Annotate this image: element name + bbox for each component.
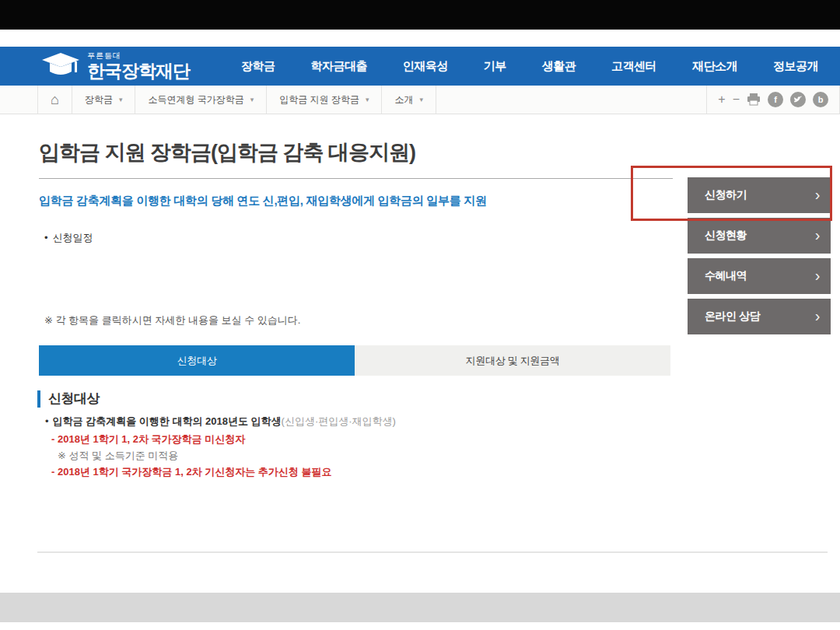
title-divider [39, 178, 673, 179]
breadcrumb-items: ⌂ 장학금 ▾ 소득연계형 국가장학금 ▾ 입학금 지원 장학금 ▾ 소개 ▾ [37, 86, 436, 114]
graduation-cap-icon [40, 51, 81, 81]
click-instruction-note: ※ 각 항목을 클릭하시면 자세한 내용을 보실 수 있습니다. [44, 313, 300, 327]
schedule-label: •신청일정 [44, 231, 93, 245]
logo-text: 푸른등대 한국장학재단 [87, 52, 190, 80]
menu-item-about[interactable]: 재단소개 [684, 59, 745, 74]
chevron-right-icon: › [815, 226, 820, 244]
bullet-glyph: • [44, 232, 48, 243]
page-tools: + − f b [706, 86, 840, 114]
home-button[interactable]: ⌂ [37, 86, 72, 114]
chevron-right-icon: › [815, 186, 820, 204]
breadcrumb-label: 소득연계형 국가장학금 [148, 93, 243, 107]
menu-item-dormitory[interactable]: 생활관 [534, 59, 584, 74]
blog-icon[interactable]: b [813, 92, 828, 107]
breadcrumb-item-admission-fee[interactable]: 입학금 지원 장학금 ▾ [267, 86, 382, 114]
footer-band [0, 593, 840, 622]
breadcrumb-item-scholarship[interactable]: 장학금 ▾ [72, 86, 136, 114]
chevron-down-icon: ▾ [119, 96, 123, 103]
eligibility-red-line-2: - 2018년 1학기 국가장학금 1, 2차 기신청자는 추가신청 불필요 [51, 465, 331, 479]
breadcrumb-item-income-linked[interactable]: 소득연계형 국가장학금 ▾ [135, 86, 267, 114]
menu-item-student-loan[interactable]: 학자금대출 [303, 59, 375, 74]
font-zoom-in-button[interactable]: + [718, 93, 725, 106]
menu-item-disclosure[interactable]: 정보공개 [765, 59, 826, 74]
quick-menu: 신청하기 › 신청현황 › 수혜내역 › 온라인 상담 › [688, 177, 831, 339]
logo-name: 한국장학재단 [87, 62, 190, 80]
application-status-button[interactable]: 신청현황 › [688, 218, 831, 254]
eligibility-main-line: •입학금 감축계획을 이행한 대학의 2018년도 입학생(신입생·편입생·재입… [45, 415, 396, 429]
eligibility-red-line-1: - 2018년 1학기 1, 2차 국가장학금 미신청자 [51, 432, 245, 446]
detail-tabs: 신청대상 지원대상 및 지원금액 [39, 345, 670, 376]
main-menu: 장학금 학자금대출 인재육성 기부 생활관 고객센터 재단소개 정보공개 [233, 47, 826, 86]
chevron-down-icon: ▾ [419, 96, 423, 103]
menu-item-scholarship[interactable]: 장학금 [233, 59, 283, 74]
breadcrumb-label: 소개 [394, 93, 413, 107]
chevron-down-icon: ▾ [250, 96, 254, 103]
chevron-down-icon: ▾ [366, 96, 369, 103]
facebook-icon[interactable]: f [768, 92, 783, 107]
menu-item-donation[interactable]: 기부 [476, 59, 514, 74]
font-zoom-out-button[interactable]: − [733, 93, 740, 106]
main-navbar: 푸른등대 한국장학재단 장학금 학자금대출 인재육성 기부 생활관 고객센터 재… [0, 47, 840, 86]
content-bottom-divider [37, 551, 828, 553]
program-description: 입학금 감축계획을 이행한 대학의 당해 연도 신,편입, 재입학생에게 입학금… [39, 194, 487, 208]
breadcrumb-label: 입학금 지원 장학금 [279, 93, 359, 107]
eligibility-gray-note: ※ 성적 및 소득기준 미적용 [58, 449, 178, 463]
chevron-right-icon: › [815, 267, 820, 285]
top-black-band [0, 0, 840, 30]
online-consultation-button[interactable]: 온라인 상담 › [688, 299, 831, 334]
logo-tagline: 푸른등대 [87, 52, 190, 60]
page: 푸른등대 한국장학재단 장학금 학자금대출 인재육성 기부 생활관 고객센터 재… [0, 0, 840, 630]
tab-support-amount[interactable]: 지원대상 및 지원금액 [355, 345, 670, 376]
breadcrumb: ⌂ 장학금 ▾ 소득연계형 국가장학금 ▾ 입학금 지원 장학금 ▾ 소개 ▾ … [0, 86, 840, 114]
bullet-glyph: • [45, 415, 49, 427]
home-icon: ⌂ [51, 93, 59, 107]
apply-button[interactable]: 신청하기 › [688, 177, 831, 213]
menu-item-customer-center[interactable]: 고객센터 [604, 59, 664, 74]
benefit-history-button[interactable]: 수혜내역 › [688, 258, 831, 294]
foundation-logo[interactable]: 푸른등대 한국장학재단 [40, 51, 190, 81]
print-icon[interactable] [747, 93, 761, 106]
breadcrumb-item-intro[interactable]: 소개 ▾ [382, 86, 436, 114]
chevron-right-icon: › [815, 307, 820, 325]
twitter-icon[interactable] [790, 92, 806, 107]
section-heading: 신청대상 [37, 390, 100, 408]
menu-item-talent[interactable]: 인재육성 [395, 59, 456, 74]
tab-application-target[interactable]: 신청대상 [39, 345, 355, 376]
breadcrumb-label: 장학금 [85, 93, 113, 107]
page-title: 입학금 지원 장학금(입학금 감축 대응지원) [39, 138, 415, 166]
